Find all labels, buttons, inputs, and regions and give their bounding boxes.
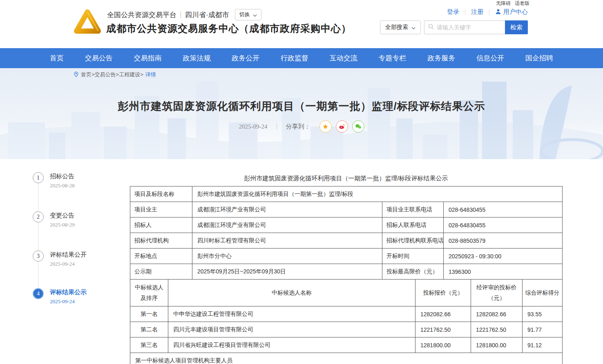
cell-score: 91.77 bbox=[523, 322, 563, 337]
cell-bid-price: 1282082.66 bbox=[415, 306, 471, 322]
cell-label: 公示期 bbox=[130, 264, 192, 280]
step-label: 评标结果公示 bbox=[50, 288, 87, 296]
cell-rank: 第二名 bbox=[130, 322, 168, 337]
cell-candidate-name: 中申华达建设工程管理有限公司 bbox=[168, 306, 415, 322]
cell-label: 开标时间 bbox=[382, 249, 444, 264]
main-nav: 首页 交易公告 交易指南 政策法规 政务公开 行政监督 互动交流 专题专栏 政务… bbox=[0, 48, 603, 68]
step-number: 2 bbox=[33, 211, 44, 222]
platform-row: 全国公共资源交易平台 四川省·成都市 切换 bbox=[107, 9, 261, 20]
top-header: 无障碍 适老版 登录 注册 用户中心 bbox=[0, 0, 603, 48]
search-button[interactable]: 检索 bbox=[505, 20, 528, 34]
accessibility-links: 无障碍 适老版 bbox=[496, 0, 529, 7]
nav-item-policy[interactable]: 政策法规 bbox=[183, 53, 210, 63]
gold-triangle-icon bbox=[74, 31, 101, 38]
table-row: 第一中标候选人项目管理机构主要人员 bbox=[130, 353, 563, 364]
cell-value: 2025年09月25日~2025年09月30日 bbox=[192, 264, 382, 280]
breadcrumb[interactable]: 首页>交易公告>工程建设>详情 bbox=[74, 71, 156, 78]
divider bbox=[181, 11, 181, 18]
share-label: 分享到： bbox=[286, 123, 310, 131]
banner: 首页>交易公告>工程建设>详情 彭州市建筑固废资源化循环利用项目（一期第一批）监… bbox=[0, 68, 603, 159]
cell-label: 开标地点 bbox=[130, 249, 192, 264]
nav-item-trade-notice[interactable]: 交易公告 bbox=[85, 53, 113, 63]
cell-evaluated-price: 1221762.50 bbox=[471, 322, 523, 337]
cell-score: 93.55 bbox=[523, 306, 563, 322]
cell-value: 彭州市建筑固废资源化循环利用项目（一期第一批）监理/标段 bbox=[192, 186, 563, 202]
switch-label: 切换 bbox=[239, 11, 250, 18]
search-scope-select[interactable]: 全部搜索 bbox=[380, 20, 421, 34]
candidates-table: 中标候选人及排序 中标候选人名称 投标报价（元） 经评审的投标价（元） 综合评标… bbox=[130, 279, 563, 364]
divider bbox=[489, 9, 489, 15]
cell-value: 028-88503579 bbox=[444, 233, 563, 249]
cell-evaluated-price: 1281800.00 bbox=[471, 337, 523, 353]
nav-item-soe-recruit[interactable]: 国企招聘 bbox=[525, 53, 553, 63]
page-title: 彭州市建筑固废资源化循环利用项目（一期第一批）监理/标段评标结果公示 bbox=[0, 99, 603, 113]
share-weibo-button[interactable] bbox=[336, 120, 348, 133]
nav-item-special-topics[interactable]: 专题专栏 bbox=[379, 53, 406, 63]
table-row: 开标地点 彭州市分中心 开标时间 20250923 - 09:30:00 bbox=[130, 249, 563, 264]
share-icons bbox=[319, 120, 364, 133]
user-center-label: 用户中心 bbox=[503, 8, 528, 16]
publish-date: 2025-09-24 bbox=[239, 123, 268, 130]
cell-value: 20250923 - 09:30:00 bbox=[444, 249, 563, 264]
cell-bid-price: 1221762.50 bbox=[415, 322, 471, 337]
search-scope-label: 全部搜索 bbox=[385, 24, 408, 31]
divider bbox=[465, 9, 465, 15]
magnifier-icon bbox=[428, 23, 434, 31]
cell-section-title: 第一中标候选人项目管理机构主要人员 bbox=[130, 353, 563, 364]
nav-item-home[interactable]: 首页 bbox=[50, 53, 64, 63]
region-switch-button[interactable]: 切换 bbox=[235, 9, 261, 20]
table-row: 项目及标段名称 彭州市建筑固废资源化循环利用项目（一期第一批）监理/标段 bbox=[130, 186, 563, 202]
cell-value: 成都湔江环境产业有限公司 bbox=[192, 202, 382, 218]
step-label: 变更公告 bbox=[50, 211, 75, 219]
login-link[interactable]: 登录 bbox=[447, 8, 459, 16]
site-title: 成都市公共资源交易服务中心（成都市政府采购中心） bbox=[106, 22, 351, 35]
announcement-body: 彭州市建筑固废资源化循环利用项目（一期第一批）监理/标段评标结果公示 项目及标段… bbox=[130, 159, 562, 364]
cell-label: 招标代理机构联系电话 bbox=[382, 233, 444, 249]
cell-value: 成都湔江环境产业有限公司 bbox=[192, 218, 382, 233]
page: 无障碍 适老版 登录 注册 用户中心 bbox=[0, 0, 603, 364]
timeline-step-result-publicity[interactable]: 4 评标结果公示 2025-09-24 bbox=[33, 288, 87, 305]
column-header: 综合评标得分 bbox=[523, 280, 563, 306]
share-qzone-button[interactable] bbox=[319, 120, 332, 133]
cell-label: 项目业主 bbox=[130, 202, 192, 218]
nav-item-gov-service[interactable]: 政务服务 bbox=[427, 53, 455, 63]
timeline-step-result-open[interactable]: 3 评标结果公开 2025-09-24 bbox=[33, 251, 87, 267]
cell-score: 91.12 bbox=[523, 337, 563, 353]
site-logo[interactable] bbox=[74, 9, 101, 37]
timeline-step-tender-notice[interactable]: 1 招标公告 2025-08-28 bbox=[33, 172, 75, 189]
cell-label: 项目及标段名称 bbox=[130, 186, 192, 202]
timeline-step-change-notice[interactable]: 2 变更公告 2025-08-29 bbox=[33, 211, 75, 228]
chevron-down-icon bbox=[411, 24, 415, 31]
cell-candidate-name: 四川元丰建设项目管理有限公司 bbox=[168, 322, 415, 337]
accessibility-link[interactable]: 无障碍 bbox=[496, 0, 511, 7]
breadcrumb-path: 首页>交易公告>工程建设> bbox=[81, 71, 143, 78]
platform-name: 全国公共资源交易平台 bbox=[107, 10, 176, 20]
divider bbox=[277, 124, 277, 129]
search-input[interactable] bbox=[437, 24, 498, 31]
cell-value: 1396300 bbox=[444, 264, 563, 280]
cell-value: 028-64830455 bbox=[444, 202, 563, 218]
step-date: 2025-09-24 bbox=[50, 261, 87, 267]
table-row: 公示期 2025年09月25日~2025年09月30日 投标最高限价（元） 13… bbox=[130, 264, 563, 280]
column-header: 经评审的投标价（元） bbox=[471, 280, 523, 306]
nav-item-trade-guide[interactable]: 交易指南 bbox=[134, 53, 162, 63]
nav-item-interaction[interactable]: 互动交流 bbox=[330, 53, 357, 63]
cell-value: 四川时标工程管理有限公司 bbox=[192, 233, 382, 249]
nav-item-admin-supervision[interactable]: 行政监督 bbox=[281, 53, 308, 63]
elder-mode-link[interactable]: 适老版 bbox=[515, 0, 529, 7]
cell-label: 招标人 bbox=[130, 218, 192, 233]
nav-item-gov-open[interactable]: 政务公开 bbox=[232, 53, 259, 63]
process-timeline: 1 招标公告 2025-08-28 2 变更公告 2025-08-29 3 评标… bbox=[33, 159, 127, 351]
step-label: 评标结果公开 bbox=[50, 251, 87, 258]
user-center-link[interactable]: 用户中心 bbox=[495, 8, 528, 16]
step-number: 3 bbox=[33, 251, 44, 262]
nav-item-info-disclosure[interactable]: 信息公开 bbox=[476, 53, 504, 63]
step-date: 2025-08-29 bbox=[50, 222, 75, 228]
weibo-icon bbox=[338, 123, 346, 130]
share-wechat-button[interactable] bbox=[352, 120, 364, 133]
cell-rank: 第三名 bbox=[130, 337, 168, 353]
register-link[interactable]: 注册 bbox=[471, 8, 483, 16]
cell-evaluated-price: 1282082.66 bbox=[471, 306, 523, 322]
cell-label: 招标代理机构 bbox=[130, 233, 192, 249]
search-box bbox=[424, 20, 505, 34]
